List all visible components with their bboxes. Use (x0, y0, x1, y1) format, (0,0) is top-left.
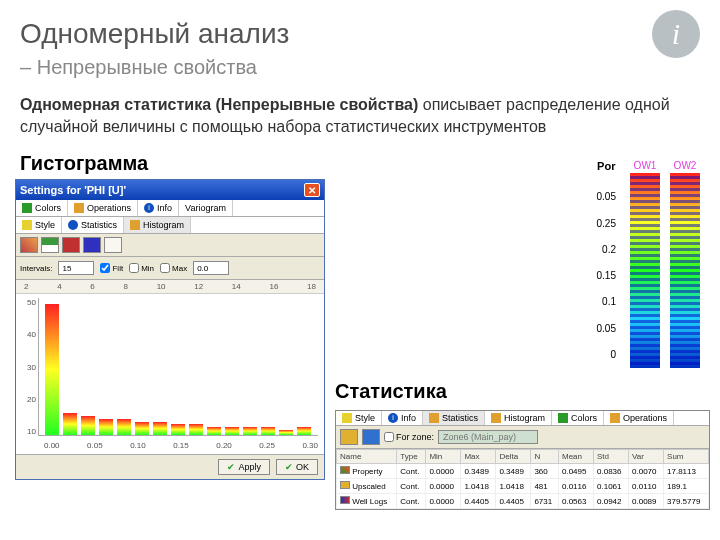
settings-tabs-row1: Colors Operations iInfo Variogram (16, 200, 324, 217)
tab-info[interactable]: iInfo (138, 200, 179, 216)
page-title: Одномерный анализ (20, 18, 289, 50)
filter-checkbox[interactable]: Filt (100, 263, 123, 273)
histogram-bar (261, 427, 275, 435)
settings-toolbar (16, 234, 324, 257)
histogram-bar (135, 422, 149, 436)
toolbar-btn-3[interactable] (62, 237, 80, 253)
apply-button[interactable]: ✔Apply (218, 459, 270, 475)
stat-tab-operations[interactable]: Operations (604, 411, 674, 425)
histogram-chart: 5040302010 0.000.050.100.150.200.250.30 (16, 294, 324, 454)
zone-checkbox[interactable]: For zone: (384, 432, 434, 442)
window-footer: ✔Apply ✔OK (16, 454, 324, 479)
close-icon[interactable]: ✕ (304, 183, 320, 197)
page-subtitle: Непрерывные свойства (20, 56, 700, 79)
stat-tab-colors[interactable]: Colors (552, 411, 604, 425)
tab-variogram[interactable]: Variogram (179, 200, 233, 216)
stat-btn-2[interactable] (362, 429, 380, 445)
intervals-input[interactable] (58, 261, 94, 275)
intervals-label: Intervals: (20, 264, 52, 273)
window-titlebar[interactable]: Settings for 'PHI [U]' ✕ (16, 180, 324, 200)
chart-y-axis: 5040302010 (18, 298, 36, 436)
description-text: Одномерная статистика (Непрерывные свойс… (0, 79, 720, 147)
histogram-bar (117, 419, 131, 435)
tab-histogram[interactable]: Histogram (124, 217, 191, 233)
stat-toolbar: For zone: Zone6 (Main_pay) (336, 426, 709, 449)
histogram-bar (45, 304, 59, 436)
histogram-bar (189, 424, 203, 435)
min-checkbox[interactable]: Min (129, 263, 154, 273)
toolbar-btn-2[interactable] (41, 237, 59, 253)
stat-tabs: Style iInfo Statistics Histogram Colors … (336, 411, 709, 426)
histogram-bar (297, 427, 311, 435)
stat-btn-1[interactable] (340, 429, 358, 445)
tab-colors[interactable]: Colors (16, 200, 68, 216)
zone-field[interactable]: Zone6 (Main_pay) (438, 430, 538, 444)
toolbar-btn-4[interactable] (83, 237, 101, 253)
histogram-bar (225, 427, 239, 435)
histogram-bar (99, 419, 113, 435)
tab-style[interactable]: Style (16, 217, 62, 233)
window-title-text: Settings for 'PHI [U]' (20, 184, 126, 196)
min-input[interactable] (193, 261, 229, 275)
table-row[interactable]: Well LogsCont.0.00000.44050.440567310.05… (337, 494, 709, 509)
histogram-bar (63, 413, 77, 435)
rainbow-column-2 (670, 173, 700, 368)
stat-tab-statistics[interactable]: Statistics (423, 411, 485, 425)
column-label-2: OW2 (674, 160, 697, 171)
histogram-bar (279, 430, 293, 435)
max-checkbox[interactable]: Max (160, 263, 187, 273)
histogram-params: Intervals: Filt Min Max (16, 257, 324, 280)
table-row[interactable]: UpscaledCont.0.00001.04181.04184810.0116… (337, 479, 709, 494)
tab-operations[interactable]: Operations (68, 200, 138, 216)
settings-tabs-row2: Style Statistics Histogram (16, 217, 324, 234)
stat-tab-info[interactable]: iInfo (382, 411, 423, 425)
statistics-panel: Style iInfo Statistics Histogram Colors … (335, 410, 710, 510)
settings-window: Settings for 'PHI [U]' ✕ Colors Operatio… (15, 179, 325, 480)
tab-statistics[interactable]: Statistics (62, 217, 124, 233)
histogram-bar (153, 422, 167, 436)
histogram-bar (207, 427, 221, 435)
chart-bars (38, 298, 318, 436)
toolbar-btn-1[interactable] (20, 237, 38, 253)
histogram-ruler: 24681012141618 (16, 280, 324, 294)
histogram-bar (171, 424, 185, 435)
info-icon: i (652, 10, 700, 58)
table-row[interactable]: PropertyCont.0.00000.34890.34893600.0495… (337, 464, 709, 479)
stat-tab-histogram[interactable]: Histogram (485, 411, 552, 425)
chart-x-axis: 0.000.050.100.150.200.250.30 (44, 441, 318, 450)
toolbar-btn-5[interactable] (104, 237, 122, 253)
histogram-bar (243, 427, 257, 435)
rainbow-columns: Por 0.050.250.20.150.10.050 OW1 OW2 (597, 160, 700, 368)
rainbow-scale: Por 0.050.250.20.150.10.050 (597, 160, 616, 360)
ok-button[interactable]: ✔OK (276, 459, 318, 475)
rainbow-column-1 (630, 173, 660, 368)
stat-tab-style[interactable]: Style (336, 411, 382, 425)
histogram-bar (81, 416, 95, 435)
column-label-1: OW1 (634, 160, 657, 171)
statistics-table: NameTypeMinMaxDeltaNMeanStdVarSum Proper… (336, 449, 709, 509)
statistics-heading: Статистика (335, 380, 447, 403)
